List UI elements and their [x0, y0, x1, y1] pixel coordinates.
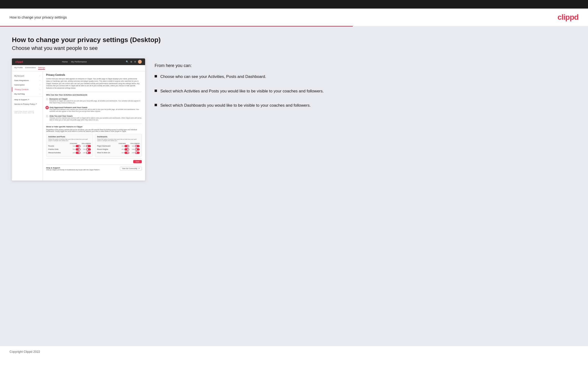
drills-followers-pair: ON — [83, 148, 91, 150]
main-content: How to change your privacy settings (Des… — [0, 27, 588, 346]
player-dash-followers-pair: ON — [132, 145, 140, 147]
player-dash-coaches-on: ON — [121, 145, 124, 147]
app-main-panel: Privacy Controls Control how you and you… — [43, 71, 145, 181]
dash-followers-header: FOLLOWERS — [130, 143, 140, 144]
radio-followers-coach[interactable]: Only Approved Followers and Your Coach O… — [46, 106, 142, 113]
toggle-row-rounds: Rounds ON ON — [48, 145, 91, 147]
grid-icon[interactable]: ⊞ — [130, 61, 132, 63]
drills-coaches-toggle[interactable] — [76, 148, 80, 150]
manual-coaches-on: ON — [73, 152, 75, 153]
tab-my-profile[interactable]: My Profile — [14, 67, 23, 70]
rounds-followers-on: ON — [83, 145, 85, 147]
round-insights-followers-toggle[interactable] — [135, 148, 140, 150]
player-dashboard-label: Player Dashboard — [97, 145, 110, 147]
settings-icon[interactable]: ⚙ — [134, 61, 136, 63]
radio-only-you[interactable]: Only You and Your Coach Only you and the… — [46, 115, 142, 121]
page-heading: How to change your privacy settings (Des… — [12, 36, 576, 44]
app-nav-logo: clippd — [15, 60, 23, 63]
toggle-grid: Activities and Posts Select the types of… — [46, 134, 142, 157]
manual-coaches-toggle[interactable] — [76, 151, 80, 154]
nav-home[interactable]: Home — [62, 61, 68, 63]
help-text: Help & Support Visit our Clippd communit… — [46, 167, 100, 171]
coaches-header: COACHES — [70, 143, 77, 144]
sidebar-item-my-account[interactable]: My Account › — [12, 74, 43, 78]
round-insights-followers-on: ON — [132, 149, 134, 150]
sidebar-item-data-integrations[interactable]: Data Integrations › — [12, 78, 43, 83]
avatar[interactable] — [138, 60, 142, 64]
toggle-row-round-insights: Round Insights ON ON — [97, 148, 140, 150]
bullet-text-3: Select which Dashboards you would like t… — [160, 103, 311, 108]
rounds-coaches-on: ON — [73, 145, 75, 147]
toggle-row-what-to-work-on: What To Work On ON ON — [97, 151, 140, 154]
screenshot-container: clippd Home My Performance 🔍 ⊞ ⚙ My Prof… — [12, 58, 145, 181]
search-icon[interactable]: 🔍 — [126, 61, 129, 63]
app-body: My Account › Data Integrations › Subscri… — [12, 71, 145, 181]
header: How to change your privacy settings clip… — [0, 8, 588, 26]
practice-drills-toggles: ON ON — [73, 148, 91, 150]
activities-header-row: COACHES FOLLOWERS — [48, 143, 91, 144]
app-nav-icons: 🔍 ⊞ ⚙ — [126, 60, 142, 64]
save-button[interactable]: Save — [133, 160, 142, 163]
tab-connections[interactable]: Connections — [25, 67, 36, 70]
toggle-row-practice-drills: Practice Drills ON ON — [48, 148, 91, 150]
sidebar-item-my-golf-bag[interactable]: My Golf Bag › — [12, 92, 43, 96]
chevron-icon: › — [40, 93, 40, 95]
manual-coaches-pair: ON — [73, 151, 80, 154]
wtwo-followers-toggle[interactable] — [135, 151, 140, 154]
chevron-icon: › — [40, 89, 40, 90]
radio-only-you-label: Only You and Your Coach — [50, 115, 142, 117]
round-insights-label: Round Insights — [97, 149, 108, 150]
drills-followers-on: ON — [83, 149, 85, 150]
radio-everyone-desc: Everyone on Clippd can search for you an… — [50, 100, 142, 104]
app-sub-nav: My Profile Connections Settings — [12, 65, 145, 71]
manual-activities-label: Manual Activities — [48, 152, 61, 153]
sidebar-item-help-support[interactable]: Help & Support ↗ — [12, 97, 43, 102]
dashboards-section: Dashboards Select the types of activity … — [95, 134, 142, 157]
bullet-square-1 — [155, 75, 157, 77]
wtwo-followers-on: ON — [132, 152, 134, 153]
nav-my-performance[interactable]: My Performance — [71, 61, 87, 63]
sidebar-item-service-privacy[interactable]: Service & Privacy Policy ↗ — [12, 102, 43, 106]
logo: clippd — [558, 13, 579, 22]
chevron-icon: › — [40, 75, 40, 77]
visit-community-button[interactable]: Visit Our Community ↗ — [120, 167, 142, 171]
activities-desc: Select the types of activity that you'd … — [48, 139, 91, 141]
bullet-item-3: Select which Dashboards you would like t… — [155, 103, 576, 108]
player-dash-toggles: ON ON — [121, 145, 140, 147]
practice-drills-label: Practice Drills — [48, 149, 59, 150]
sidebar-item-privacy-controls[interactable]: Privacy Controls › — [12, 87, 43, 92]
help-title: Help & Support — [46, 167, 100, 169]
wtwo-followers-pair: ON — [132, 151, 140, 154]
dashboards-header-row: COACHES FOLLOWERS — [97, 143, 140, 144]
page-subheading: Choose what you want people to see — [12, 45, 576, 51]
chevron-icon: › — [40, 84, 40, 86]
dashboards-desc: Select the types of activity that you'd … — [97, 139, 140, 141]
radio-only-you-content: Only You and Your Coach Only you and the… — [50, 115, 142, 121]
manual-toggles: ON ON — [73, 151, 91, 154]
panel-title: Privacy Controls — [46, 74, 142, 76]
show-hide-section: Show or hide specific features in Clippd… — [46, 124, 142, 165]
rounds-coaches-toggle[interactable] — [76, 145, 80, 147]
rounds-followers-toggle[interactable] — [86, 145, 91, 147]
followers-header: FOLLOWERS — [82, 143, 91, 144]
radio-everyone[interactable]: Everyone on Clippd Everyone on Clippd ca… — [46, 98, 142, 104]
round-insights-followers-pair: ON — [132, 148, 140, 150]
wtwo-coaches-toggle[interactable] — [124, 151, 129, 154]
help-section: Help & Support Visit our Clippd communit… — [46, 165, 142, 171]
round-insights-coaches-toggle[interactable] — [124, 148, 129, 150]
sidebar-item-subscription[interactable]: Subscription › — [12, 83, 43, 87]
manual-followers-toggle[interactable] — [86, 151, 91, 154]
toggle-row-manual: Manual Activities ON ON — [48, 151, 91, 154]
round-insights-coaches-pair: ON — [121, 148, 129, 150]
radio-circle-followers — [46, 107, 48, 108]
radio-everyone-label: Everyone on Clippd — [50, 98, 142, 100]
dashboards-title: Dashboards — [97, 136, 140, 138]
tab-settings[interactable]: Settings — [38, 67, 45, 70]
radio-followers-content: Only Approved Followers and Your Coach O… — [50, 106, 142, 113]
player-dash-coaches-toggle[interactable] — [124, 145, 129, 147]
drills-followers-toggle[interactable] — [86, 148, 91, 150]
top-bar — [0, 0, 588, 8]
player-dash-followers-on: ON — [132, 145, 134, 147]
copyright: Copyright Clippd 2022 — [9, 350, 40, 353]
player-dash-followers-toggle[interactable] — [135, 145, 140, 147]
